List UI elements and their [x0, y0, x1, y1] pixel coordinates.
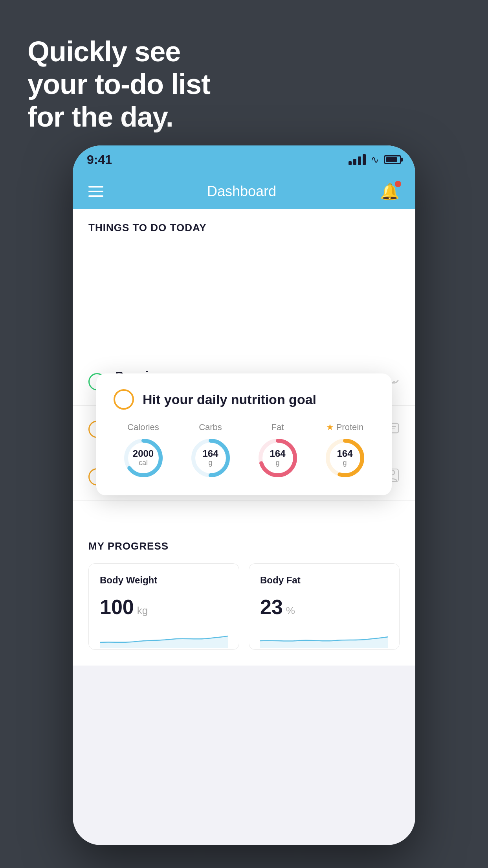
status-bar: 9:41 ∿ — [73, 145, 415, 174]
calories-label: Calories — [127, 422, 159, 432]
carbs-label: Carbs — [199, 422, 222, 432]
body-fat-chart — [260, 627, 388, 648]
nutrition-card-title: Hit your daily nutrition goal — [143, 392, 316, 407]
body-weight-title: Body Weight — [100, 575, 228, 586]
body-weight-unit: kg — [137, 605, 148, 617]
wifi-icon: ∿ — [371, 154, 379, 166]
progress-section-label: MY PROGRESS — [88, 540, 400, 552]
nutrition-item-calories: Calories 2000 cal — [122, 422, 165, 480]
app-header: Dashboard 🔔 — [73, 174, 415, 209]
headline: Quickly see your to-do list for the day. — [28, 35, 210, 133]
body-weight-value-row: 100 kg — [100, 595, 228, 619]
star-icon: ★ — [326, 422, 334, 432]
header-title: Dashboard — [207, 183, 276, 200]
protein-donut: 164 g — [323, 436, 367, 480]
body-weight-value: 100 — [100, 595, 134, 619]
body-fat-value: 23 — [260, 595, 283, 619]
protein-label: ★ Protein — [326, 422, 364, 432]
hamburger-line — [88, 195, 103, 197]
hamburger-line — [88, 186, 103, 188]
nutrition-check-circle[interactable] — [114, 389, 134, 410]
body-weight-chart — [100, 627, 228, 648]
hamburger-line — [88, 191, 103, 192]
body-fat-title: Body Fat — [260, 575, 388, 586]
body-weight-card[interactable]: Body Weight 100 kg — [88, 563, 239, 650]
notification-button[interactable]: 🔔 — [380, 182, 400, 201]
menu-button[interactable] — [88, 186, 103, 197]
signal-icon — [349, 154, 366, 165]
progress-cards: Body Weight 100 kg Body Fat — [88, 563, 400, 650]
body-fat-value-row: 23 % — [260, 595, 388, 619]
status-icons: ∿ — [349, 154, 401, 166]
nutrition-item-carbs: Carbs 164 g — [189, 422, 232, 480]
status-time: 9:41 — [87, 153, 112, 167]
fat-donut: 164 g — [256, 436, 299, 480]
carbs-donut: 164 g — [189, 436, 232, 480]
things-section-label: THINGS TO DO TODAY — [73, 209, 415, 240]
body-fat-unit: % — [286, 605, 295, 617]
nutrition-row: Calories 2000 cal — [114, 422, 374, 480]
nutrition-card: Hit your daily nutrition goal Calories — [96, 373, 392, 495]
notification-dot — [395, 181, 401, 187]
body-fat-card[interactable]: Body Fat 23 % — [249, 563, 400, 650]
progress-section: MY PROGRESS Body Weight 100 kg — [73, 524, 415, 666]
fat-label: Fat — [272, 422, 284, 432]
calories-donut: 2000 cal — [122, 436, 165, 480]
battery-icon — [384, 155, 401, 164]
nutrition-item-protein: ★ Protein 164 g — [323, 422, 367, 480]
nutrition-item-fat: Fat 164 g — [256, 422, 299, 480]
phone-frame: 9:41 ∿ Dashboard — [73, 145, 415, 845]
